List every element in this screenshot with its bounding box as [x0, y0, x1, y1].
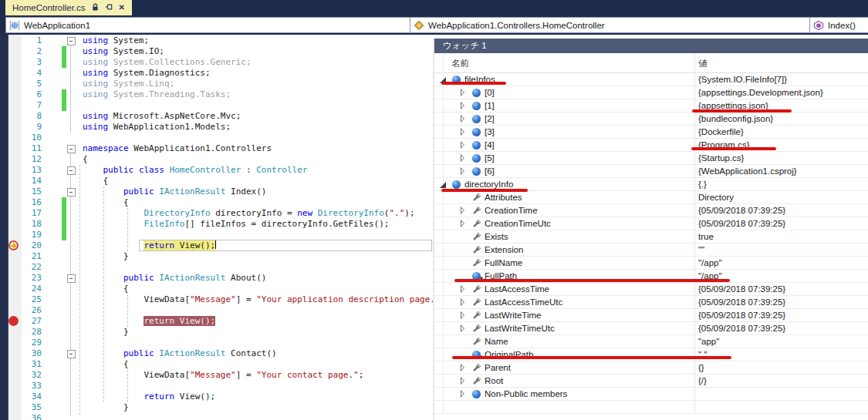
code-text: using System.Linq; — [83, 79, 174, 89]
watch-row[interactable]: Name"app" — [434, 335, 868, 348]
watch-value-text[interactable]: {WebApplication1.csproj} — [698, 165, 866, 177]
watch-row[interactable]: Root{/} — [434, 375, 868, 388]
watch-row-name: FullName — [434, 257, 522, 269]
type-dropdown[interactable]: WebApplication1.Controllers.HomeControll… — [410, 17, 826, 33]
member-dropdown[interactable]: Index() — [809, 17, 868, 33]
property-wrench-icon — [471, 193, 481, 203]
expand-arrow-icon[interactable] — [458, 376, 468, 386]
watch-row[interactable] — [434, 401, 868, 414]
watch-row[interactable]: CreationTimeUtc{05/09/2018 07:39:25} — [434, 217, 868, 230]
watch-value-text[interactable]: {appsettings.Development.json} — [698, 86, 866, 99]
expand-arrow-icon[interactable] — [458, 153, 468, 163]
expand-arrow-icon[interactable] — [458, 114, 468, 124]
expand-arrow-icon[interactable] — [458, 363, 468, 373]
watch-value-text[interactable]: {Dockerfile} — [698, 126, 866, 138]
watch-value-text[interactable]: "/app" — [698, 257, 866, 269]
code-text: { — [83, 154, 88, 165]
watch-row[interactable]: Extension"" — [434, 244, 868, 257]
expand-arrow-icon[interactable] — [458, 284, 468, 294]
code-text: { — [83, 197, 129, 208]
expand-arrow-icon[interactable] — [458, 88, 468, 98]
expand-arrow-icon[interactable] — [458, 127, 468, 137]
expand-arrow-icon[interactable] — [458, 166, 468, 176]
watch-name-text: [4] — [485, 140, 495, 150]
line-number: 16 — [15, 197, 42, 208]
watch-name-text: Name — [485, 337, 508, 346]
annotation-underline — [441, 82, 506, 85]
code-text: DirectoryInfo directoryInfo = new Direct… — [83, 208, 415, 219]
watch-row[interactable]: [1]{appsettings.json} — [434, 99, 868, 113]
expand-arrow-icon[interactable] — [458, 297, 468, 307]
watch-value-text[interactable]: {Startup.cs} — [698, 152, 866, 164]
watch-row[interactable]: [4]{Program.cs} — [434, 139, 868, 152]
watch-row[interactable]: [6]{WebApplication1.csproj} — [434, 165, 868, 178]
fold-toggle[interactable] — [67, 145, 76, 153]
watch-value-text[interactable]: {05/09/2018 07:39:25} — [698, 309, 866, 321]
breadcrumb-bar: WebApplication1 WebApplication1.Controll… — [0, 15, 868, 35]
expand-arrow-icon[interactable] — [458, 219, 468, 229]
watch-row[interactable]: Existstrue — [434, 230, 868, 244]
property-wrench-icon — [471, 337, 481, 347]
watch-value-text[interactable]: {/} — [698, 375, 866, 387]
watch-value-text[interactable]: Directory — [698, 191, 866, 203]
fold-toggle[interactable] — [67, 350, 76, 358]
watch-row[interactable]: LastWriteTimeUtc{05/09/2018 07:39:25} — [434, 322, 868, 335]
watch-row[interactable]: FullName"/app" — [434, 257, 868, 270]
watch-value-text[interactable]: {05/09/2018 07:39:25} — [698, 204, 866, 217]
expand-arrow-icon[interactable] — [458, 324, 468, 334]
watch-row[interactable]: [5]{Startup.cs} — [434, 152, 868, 165]
watch-title-bar[interactable]: ウォッチ 1 — [434, 39, 868, 53]
expand-arrow-icon[interactable] — [458, 389, 468, 399]
watch-value-text[interactable]: "app" — [698, 335, 866, 348]
watch-value-text[interactable]: {05/09/2018 07:39:25} — [698, 217, 866, 230]
pin-icon[interactable] — [105, 3, 113, 12]
watch-row[interactable]: [2]{bundleconfig.json} — [434, 113, 868, 126]
watch-value-text[interactable]: {.} — [698, 178, 866, 190]
watch-row[interactable]: [0]{appsettings.Development.json} — [434, 86, 868, 99]
close-icon[interactable]: ✕ — [119, 4, 125, 12]
fold-toggle[interactable] — [67, 274, 76, 283]
watch-row-name: Exists — [434, 230, 508, 243]
fold-toggle[interactable] — [67, 166, 76, 175]
watch-row[interactable]: Parent{} — [434, 361, 868, 375]
code-text: using System.Collections.Generic; — [83, 57, 252, 68]
watch-value-text[interactable]: {05/09/2018 07:39:25} — [698, 283, 866, 295]
watch-value-text[interactable]: {bundleconfig.json} — [698, 113, 866, 125]
line-number: 7 — [15, 100, 42, 111]
expand-arrow-icon[interactable] — [458, 311, 468, 321]
watch-value-text[interactable]: {} — [698, 361, 866, 374]
expand-arrow-icon[interactable] — [458, 101, 468, 111]
property-wrench-icon — [471, 219, 481, 229]
expand-arrow-icon[interactable] — [458, 140, 468, 150]
watch-row[interactable]: LastAccessTimeUtc{05/09/2018 07:39:25} — [434, 296, 868, 309]
field-sphere-icon — [471, 101, 481, 111]
project-dropdown[interactable]: WebApplication1 — [5, 17, 426, 33]
project-name: WebApplication1 — [24, 21, 90, 30]
fold-toggle[interactable] — [67, 188, 76, 197]
watch-row-name: Non-Public members — [434, 388, 567, 400]
watch-value-text[interactable]: {05/09/2018 07:39:25} — [698, 296, 866, 308]
watch-row[interactable]: LastAccessTime{05/09/2018 07:39:25} — [434, 283, 868, 296]
fold-toggle[interactable] — [67, 37, 76, 45]
code-text: public class HomeController : Controller — [83, 165, 307, 176]
current-line-arrow-icon[interactable] — [8, 240, 19, 250]
watch-value-text[interactable]: true — [698, 230, 866, 243]
watch-value-text[interactable] — [698, 388, 866, 400]
watch-row[interactable]: AttributesDirectory — [434, 191, 868, 204]
watch-row[interactable]: Non-Public members — [434, 388, 868, 401]
watch-row[interactable]: *OriginalPath"." — [434, 348, 868, 361]
watch-row[interactable]: LastWriteTime{05/09/2018 07:39:25} — [434, 309, 868, 322]
line-number: 4 — [15, 68, 42, 79]
line-number: 5 — [15, 79, 42, 89]
watch-value-text[interactable]: "" — [698, 244, 866, 256]
breakpoint-icon[interactable] — [8, 316, 19, 326]
watch-value-text[interactable]: {System.IO.FileInfo[7]} — [698, 73, 866, 86]
text-cursor — [215, 240, 216, 249]
tab-homecontroller[interactable]: HomeController.cs ✕ — [5, 0, 132, 15]
watch-row[interactable]: CreationTime{05/09/2018 07:39:25} — [434, 204, 868, 217]
collapse-arrow-icon[interactable] — [438, 180, 448, 190]
watch-row[interactable]: [3]{Dockerfile} — [434, 126, 868, 139]
watch-value-text[interactable]: {05/09/2018 07:39:25} — [698, 322, 866, 334]
expand-arrow-icon[interactable] — [458, 206, 468, 216]
watch-name-text: Exists — [485, 232, 508, 241]
